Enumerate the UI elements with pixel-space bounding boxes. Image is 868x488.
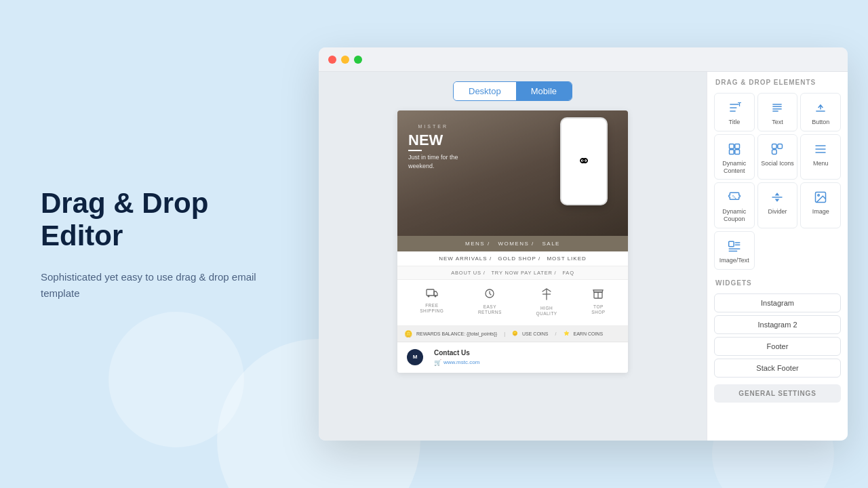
use-coins-text: USE COINS <box>522 331 549 336</box>
element-image-label: Image <box>812 208 829 216</box>
svg-rect-14 <box>729 144 734 148</box>
element-title[interactable]: T Title <box>714 93 755 131</box>
footer-logo-area: M <box>407 349 427 366</box>
elements-section-title: DRAG & DROP ELEMENTS <box>707 72 848 90</box>
element-social-icons[interactable]: Social Icons <box>757 134 798 180</box>
social-icons-icon <box>770 142 784 157</box>
footer-contact-right: Contact Us 🛒 www.mstc.com <box>434 349 618 366</box>
easy-returns-label: EASYRETURNS <box>478 304 502 316</box>
free-shipping-icon <box>426 288 438 300</box>
svg-rect-18 <box>772 144 777 148</box>
elements-grid: T Title Text <box>707 90 848 272</box>
traffic-light-green[interactable] <box>354 56 362 64</box>
dynamic-content-icon <box>728 142 741 157</box>
element-button[interactable]: Button <box>800 93 841 131</box>
desktop-view-button[interactable]: Desktop <box>454 82 516 100</box>
svg-rect-19 <box>778 144 783 148</box>
svg-rect-15 <box>735 144 740 148</box>
hero-subtitle: Just in time for theweekend. <box>408 153 458 170</box>
widgets-section-title: WIDGETS <box>707 272 848 291</box>
title-icon: T <box>728 100 741 115</box>
widget-footer[interactable]: Footer <box>714 337 841 356</box>
email-preview: MISTER NEW Just in time for theweekend. … <box>397 110 628 373</box>
element-dynamic-coupon[interactable]: Dynamic Coupon <box>714 182 755 228</box>
element-title-label: Title <box>728 119 740 126</box>
dynamic-coupon-icon <box>728 190 741 205</box>
about-nav: ABOUT US / TRY NOW PAY LATER / FAQ <box>397 266 628 280</box>
footer-contact: M Contact Us 🛒 www.mstc.com <box>397 342 628 373</box>
widgets-section: Instagram Instagram 2 Footer Stack Foote… <box>707 291 848 380</box>
browser-content: Desktop Mobile MISTER NEW Just in time f… <box>319 72 848 441</box>
about-us-link[interactable]: ABOUT US / <box>451 270 485 276</box>
svg-marker-26 <box>775 193 780 196</box>
svg-rect-17 <box>735 150 740 155</box>
feature-free-shipping: FREESHIPPING <box>420 288 443 317</box>
browser-window: Desktop Mobile MISTER NEW Just in time f… <box>319 47 848 441</box>
feature-easy-returns: EASYRETURNS <box>478 288 502 317</box>
nav-mens[interactable]: MENS / <box>465 241 490 247</box>
faq-link[interactable]: FAQ <box>562 270 574 276</box>
element-button-label: Button <box>812 119 829 126</box>
features-row: FREESHIPPING EASYRETURNS <box>397 280 628 326</box>
feature-high-quality: HIGHQUALITY <box>536 288 557 317</box>
menu-icon <box>814 142 827 157</box>
svg-rect-16 <box>729 150 734 155</box>
free-shipping-label: FREESHIPPING <box>420 303 443 314</box>
earn-coins-text: EARN COINS <box>574 331 604 336</box>
element-menu-label: Menu <box>813 160 829 167</box>
right-panel: DRAG & DROP ELEMENTS T Title <box>707 72 848 441</box>
sub-nav-most-liked[interactable]: MOST LIKED <box>547 256 586 262</box>
element-text[interactable]: Text <box>757 93 798 131</box>
rewards-icon-3: ⭐ <box>564 331 570 336</box>
element-dynamic-content-label: Dynamic Content <box>717 160 751 175</box>
browser-titlebar <box>319 47 848 72</box>
widget-instagram[interactable]: Instagram <box>714 293 841 312</box>
svg-point-2 <box>434 296 436 298</box>
easy-returns-icon <box>484 288 495 302</box>
image-text-icon <box>728 239 741 253</box>
main-description: Sophisticated yet easy to use drag & dro… <box>41 268 258 301</box>
footer-website-url: www.mstc.com <box>443 359 479 365</box>
widget-stack-footer[interactable]: Stack Footer <box>714 359 841 378</box>
hero-text: MISTER NEW Just in time for theweekend. <box>408 124 458 170</box>
rewards-bar: 🪙 REWARDS BALANCE: {{total_points}} | 🪙 … <box>397 326 628 342</box>
svg-text:T: T <box>738 101 741 108</box>
bg-circle-2 <box>108 312 244 447</box>
left-panel: Drag & Drop Editor Sophisticated yet eas… <box>41 187 258 302</box>
footer-website-link[interactable]: 🛒 www.mstc.com <box>434 359 618 366</box>
sub-nav: NEW ARRIVALS / GOLD SHOP / MOST LIKED <box>397 251 628 266</box>
rewards-icon-2: 🪙 <box>512 331 518 336</box>
widget-instagram-2[interactable]: Instagram 2 <box>714 315 841 334</box>
nav-womens[interactable]: WOMENS / <box>498 241 534 247</box>
hero-logo-icon: MISTER <box>408 124 458 129</box>
nav-sale[interactable]: SALE <box>542 241 559 247</box>
traffic-light-red[interactable] <box>328 56 336 64</box>
mobile-view-button[interactable]: Mobile <box>516 82 572 100</box>
contact-title: Contact Us <box>434 349 618 357</box>
svg-rect-0 <box>427 289 434 296</box>
main-heading: Drag & Drop Editor <box>41 187 258 253</box>
try-now-link[interactable]: TRY NOW PAY LATER / <box>491 270 556 276</box>
top-shop-label: TOPSHOP <box>591 304 605 316</box>
element-divider-label: Divider <box>768 208 787 216</box>
element-menu[interactable]: Menu <box>800 134 841 180</box>
element-text-label: Text <box>772 119 783 126</box>
sub-nav-new-arrivals[interactable]: NEW ARRIVALS / <box>439 256 492 262</box>
element-image-text[interactable]: Image/Text <box>714 231 755 270</box>
element-dynamic-content[interactable]: Dynamic Content <box>714 134 755 180</box>
element-image[interactable]: Image <box>800 182 841 228</box>
sub-nav-gold-shop[interactable]: GOLD SHOP / <box>498 256 540 262</box>
svg-rect-20 <box>772 150 777 155</box>
image-icon <box>814 190 827 205</box>
traffic-light-yellow[interactable] <box>341 56 349 64</box>
button-icon <box>814 100 827 115</box>
top-shop-icon <box>593 288 604 302</box>
general-settings-button[interactable]: GENERAL SETTINGS <box>714 384 841 403</box>
hero-new-label: NEW <box>408 133 458 148</box>
element-dynamic-coupon-label: Dynamic Coupon <box>717 208 751 223</box>
element-divider[interactable]: Divider <box>757 182 798 228</box>
svg-point-29 <box>818 195 820 197</box>
canvas-area: Desktop Mobile MISTER NEW Just in time f… <box>319 72 707 441</box>
svg-marker-27 <box>775 199 780 202</box>
rewards-icon: 🪙 <box>404 330 412 338</box>
